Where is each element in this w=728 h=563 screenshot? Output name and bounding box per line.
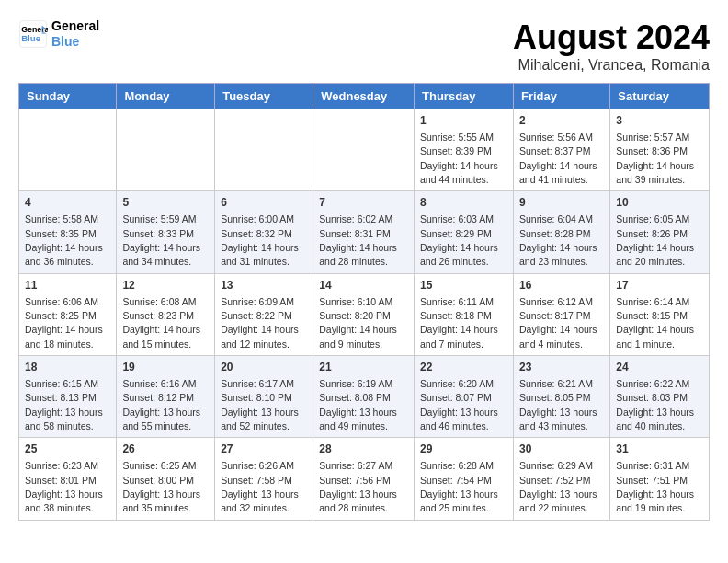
day-info: Sunrise: 6:06 AM Sunset: 8:25 PM Dayligh… <box>25 296 103 350</box>
calendar-cell <box>19 109 117 191</box>
day-info: Sunrise: 6:03 AM Sunset: 8:29 PM Dayligh… <box>420 213 498 267</box>
day-info: Sunrise: 6:09 AM Sunset: 8:22 PM Dayligh… <box>221 296 299 350</box>
calendar-cell: 14Sunrise: 6:10 AM Sunset: 8:20 PM Dayli… <box>313 273 415 355</box>
day-number: 5 <box>122 195 209 211</box>
calendar-cell: 4Sunrise: 5:58 AM Sunset: 8:35 PM Daylig… <box>19 191 117 273</box>
day-header-thursday: Thursday <box>415 84 514 109</box>
day-number: 30 <box>519 442 604 457</box>
logo-text-general: General <box>51 18 99 34</box>
calendar-week-1: 1Sunrise: 5:55 AM Sunset: 8:39 PM Daylig… <box>19 109 710 191</box>
calendar-cell: 29Sunrise: 6:28 AM Sunset: 7:54 PM Dayli… <box>415 438 514 520</box>
day-info: Sunrise: 6:05 AM Sunset: 8:26 PM Dayligh… <box>616 213 694 267</box>
day-info: Sunrise: 6:17 AM Sunset: 8:10 PM Dayligh… <box>221 378 299 431</box>
page-header: General Blue General Blue August 2024 Mi… <box>18 18 710 74</box>
day-number: 9 <box>519 195 604 211</box>
day-header-friday: Friday <box>513 84 609 109</box>
calendar-cell: 7Sunrise: 6:02 AM Sunset: 8:31 PM Daylig… <box>313 191 415 273</box>
calendar-cell: 11Sunrise: 6:06 AM Sunset: 8:25 PM Dayli… <box>19 273 117 355</box>
day-info: Sunrise: 6:11 AM Sunset: 8:18 PM Dayligh… <box>420 296 498 350</box>
day-info: Sunrise: 6:02 AM Sunset: 8:31 PM Dayligh… <box>319 213 397 267</box>
day-number: 26 <box>122 442 209 457</box>
logo: General Blue General Blue <box>18 18 99 50</box>
month-year-title: August 2024 <box>513 18 710 57</box>
calendar-cell: 27Sunrise: 6:26 AM Sunset: 7:58 PM Dayli… <box>215 438 313 520</box>
day-info: Sunrise: 6:22 AM Sunset: 8:03 PM Dayligh… <box>616 378 694 431</box>
day-info: Sunrise: 6:31 AM Sunset: 7:51 PM Dayligh… <box>616 460 694 513</box>
calendar-cell: 23Sunrise: 6:21 AM Sunset: 8:05 PM Dayli… <box>513 356 609 438</box>
day-info: Sunrise: 6:25 AM Sunset: 8:00 PM Dayligh… <box>122 460 200 513</box>
day-number: 4 <box>25 195 110 211</box>
day-info: Sunrise: 5:56 AM Sunset: 8:37 PM Dayligh… <box>519 132 597 185</box>
calendar-cell: 19Sunrise: 6:16 AM Sunset: 8:12 PM Dayli… <box>117 356 215 438</box>
calendar-cell: 24Sunrise: 6:22 AM Sunset: 8:03 PM Dayli… <box>610 356 710 438</box>
day-number: 12 <box>122 278 209 293</box>
calendar-cell: 22Sunrise: 6:20 AM Sunset: 8:07 PM Dayli… <box>415 356 514 438</box>
day-info: Sunrise: 5:58 AM Sunset: 8:35 PM Dayligh… <box>25 213 103 267</box>
calendar-cell: 18Sunrise: 6:15 AM Sunset: 8:13 PM Dayli… <box>19 356 117 438</box>
day-info: Sunrise: 6:10 AM Sunset: 8:20 PM Dayligh… <box>319 296 397 350</box>
day-number: 2 <box>519 113 604 129</box>
calendar-cell: 26Sunrise: 6:25 AM Sunset: 8:00 PM Dayli… <box>117 438 215 520</box>
calendar-cell: 25Sunrise: 6:23 AM Sunset: 8:01 PM Dayli… <box>19 438 117 520</box>
calendar-cell: 6Sunrise: 6:00 AM Sunset: 8:32 PM Daylig… <box>215 191 313 273</box>
day-info: Sunrise: 6:29 AM Sunset: 7:52 PM Dayligh… <box>519 460 597 513</box>
day-number: 11 <box>25 278 110 293</box>
day-info: Sunrise: 6:15 AM Sunset: 8:13 PM Dayligh… <box>25 378 103 431</box>
calendar-cell: 30Sunrise: 6:29 AM Sunset: 7:52 PM Dayli… <box>513 438 609 520</box>
day-number: 14 <box>319 278 408 293</box>
calendar-cell: 8Sunrise: 6:03 AM Sunset: 8:29 PM Daylig… <box>415 191 514 273</box>
day-info: Sunrise: 5:55 AM Sunset: 8:39 PM Dayligh… <box>420 132 498 185</box>
calendar-week-4: 18Sunrise: 6:15 AM Sunset: 8:13 PM Dayli… <box>19 356 710 438</box>
day-info: Sunrise: 6:23 AM Sunset: 8:01 PM Dayligh… <box>25 460 103 513</box>
day-number: 6 <box>221 195 307 211</box>
svg-text:Blue: Blue <box>21 33 40 43</box>
day-header-monday: Monday <box>117 84 215 109</box>
day-number: 7 <box>319 195 408 211</box>
calendar-week-5: 25Sunrise: 6:23 AM Sunset: 8:01 PM Dayli… <box>19 438 710 520</box>
calendar-cell: 16Sunrise: 6:12 AM Sunset: 8:17 PM Dayli… <box>513 273 609 355</box>
day-number: 28 <box>319 442 408 457</box>
calendar-cell: 13Sunrise: 6:09 AM Sunset: 8:22 PM Dayli… <box>215 273 313 355</box>
calendar-week-3: 11Sunrise: 6:06 AM Sunset: 8:25 PM Dayli… <box>19 273 710 355</box>
day-number: 18 <box>25 360 110 375</box>
day-number: 10 <box>616 195 703 211</box>
day-info: Sunrise: 6:08 AM Sunset: 8:23 PM Dayligh… <box>122 296 200 350</box>
calendar-cell: 17Sunrise: 6:14 AM Sunset: 8:15 PM Dayli… <box>610 273 710 355</box>
day-number: 31 <box>616 442 703 457</box>
calendar-cell: 28Sunrise: 6:27 AM Sunset: 7:56 PM Dayli… <box>313 438 415 520</box>
calendar-week-2: 4Sunrise: 5:58 AM Sunset: 8:35 PM Daylig… <box>19 191 710 273</box>
calendar-cell: 10Sunrise: 6:05 AM Sunset: 8:26 PM Dayli… <box>610 191 710 273</box>
day-number: 13 <box>221 278 307 293</box>
calendar-cell: 20Sunrise: 6:17 AM Sunset: 8:10 PM Dayli… <box>215 356 313 438</box>
day-info: Sunrise: 5:57 AM Sunset: 8:36 PM Dayligh… <box>616 132 694 185</box>
day-number: 17 <box>616 278 703 293</box>
logo-icon: General Blue <box>18 19 48 49</box>
calendar-cell: 3Sunrise: 5:57 AM Sunset: 8:36 PM Daylig… <box>610 109 710 191</box>
day-info: Sunrise: 6:26 AM Sunset: 7:58 PM Dayligh… <box>221 460 299 513</box>
calendar-cell: 9Sunrise: 6:04 AM Sunset: 8:28 PM Daylig… <box>513 191 609 273</box>
calendar-cell: 31Sunrise: 6:31 AM Sunset: 7:51 PM Dayli… <box>610 438 710 520</box>
day-info: Sunrise: 6:16 AM Sunset: 8:12 PM Dayligh… <box>122 378 200 431</box>
logo-text-blue: Blue <box>51 34 99 50</box>
day-header-tuesday: Tuesday <box>215 84 313 109</box>
calendar-cell: 21Sunrise: 6:19 AM Sunset: 8:08 PM Dayli… <box>313 356 415 438</box>
day-number: 23 <box>519 360 604 375</box>
day-info: Sunrise: 5:59 AM Sunset: 8:33 PM Dayligh… <box>122 213 200 267</box>
day-number: 24 <box>616 360 703 375</box>
day-info: Sunrise: 6:00 AM Sunset: 8:32 PM Dayligh… <box>221 213 299 267</box>
day-number: 16 <box>519 278 604 293</box>
day-number: 20 <box>221 360 307 375</box>
day-header-saturday: Saturday <box>610 84 710 109</box>
day-info: Sunrise: 6:14 AM Sunset: 8:15 PM Dayligh… <box>616 296 694 350</box>
day-header-wednesday: Wednesday <box>313 84 415 109</box>
day-number: 22 <box>420 360 507 375</box>
day-number: 21 <box>319 360 408 375</box>
day-header-sunday: Sunday <box>19 84 117 109</box>
day-info: Sunrise: 6:20 AM Sunset: 8:07 PM Dayligh… <box>420 378 498 431</box>
day-number: 29 <box>420 442 507 457</box>
day-number: 19 <box>122 360 209 375</box>
calendar-header-row: SundayMondayTuesdayWednesdayThursdayFrid… <box>19 84 710 109</box>
calendar-cell: 1Sunrise: 5:55 AM Sunset: 8:39 PM Daylig… <box>415 109 514 191</box>
day-number: 25 <box>25 442 110 457</box>
day-info: Sunrise: 6:19 AM Sunset: 8:08 PM Dayligh… <box>319 378 397 431</box>
